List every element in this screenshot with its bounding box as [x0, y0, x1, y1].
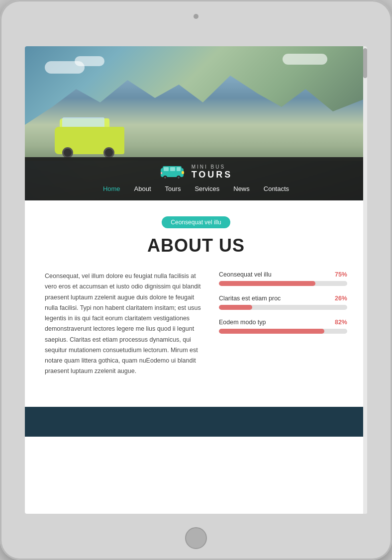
nav-tours[interactable]: Tours	[165, 185, 181, 192]
nav-services[interactable]: Services	[195, 185, 219, 192]
skill-bar-fill-1	[219, 281, 315, 286]
cloud-2	[75, 56, 104, 66]
skill-name-3: Eodem modo typ	[219, 319, 266, 326]
brand-tours-label: TOURS	[192, 170, 233, 180]
skill-item-2: Claritas est etiam proc 26%	[219, 295, 347, 310]
svg-point-6	[164, 177, 166, 179]
bus-icon	[160, 165, 186, 179]
nav-home[interactable]: Home	[103, 185, 120, 192]
tablet-home-button[interactable]	[185, 527, 207, 549]
nav-contacts[interactable]: Contacts	[264, 185, 289, 192]
skill-item-3: Eodem modo typ 82%	[219, 319, 347, 334]
tablet-frame: MINI BUS TOURS Home About Tours Services…	[0, 0, 392, 560]
van-wheel-right	[103, 147, 114, 158]
skill-bar-bg-3	[219, 329, 347, 334]
svg-rect-3	[170, 167, 175, 171]
skill-name-2: Claritas est etiam proc	[219, 295, 281, 302]
skill-name-1: Ceonsequat vel illu	[219, 271, 272, 278]
svg-point-8	[178, 177, 180, 179]
nav-news[interactable]: News	[233, 185, 250, 192]
navbar: MINI BUS TOURS Home About Tours Services…	[25, 157, 367, 200]
nav-about[interactable]: About	[134, 185, 151, 192]
skill-pct-1: 75%	[335, 271, 347, 278]
main-content: Ceonsequat vel illu ABOUT US Ceonsequat,…	[25, 200, 367, 397]
tablet-screen: MINI BUS TOURS Home About Tours Services…	[25, 46, 367, 514]
skill-pct-3: 82%	[335, 319, 347, 326]
skill-bar-bg-1	[219, 281, 347, 286]
skills-section: Ceonsequat vel illu 75% Claritas est eti…	[219, 271, 347, 377]
cloud-3	[283, 54, 327, 65]
skill-header-2: Claritas est etiam proc 26%	[219, 295, 347, 302]
svg-rect-10	[161, 172, 162, 174]
scrollbar[interactable]	[363, 46, 367, 514]
hero-section: MINI BUS TOURS Home About Tours Services…	[25, 46, 367, 200]
scrollbar-thumb[interactable]	[363, 48, 367, 78]
svg-rect-2	[164, 167, 169, 171]
about-content: Ceonsequat, vel illum dolore eu feugiat …	[45, 271, 347, 377]
skill-item-1: Ceonsequat vel illu 75%	[219, 271, 347, 286]
van-wheel-left	[62, 147, 73, 158]
tablet-camera	[194, 14, 198, 19]
footer-area	[25, 407, 367, 437]
van-illustration	[55, 123, 124, 158]
brand-text: MINI BUS TOURS	[192, 164, 233, 180]
about-text: Ceonsequat, vel illum dolore eu feugiat …	[45, 271, 204, 377]
svg-rect-4	[177, 167, 181, 171]
skill-header-3: Eodem modo typ 82%	[219, 319, 347, 326]
section-title: ABOUT US	[45, 235, 347, 256]
skill-bar-bg-2	[219, 305, 347, 310]
svg-rect-9	[182, 171, 184, 174]
navbar-brand: MINI BUS TOURS	[35, 164, 357, 180]
skill-bar-fill-3	[219, 329, 324, 334]
section-badge: Ceonsequat vel illu	[162, 216, 230, 228]
skill-pct-2: 26%	[335, 295, 347, 302]
skill-header-1: Ceonsequat vel illu 75%	[219, 271, 347, 278]
brand-mini-label: MINI BUS	[192, 164, 233, 170]
skill-bar-fill-2	[219, 305, 252, 310]
section-header: Ceonsequat vel illu ABOUT US	[45, 216, 347, 256]
navbar-links: Home About Tours Services News Contacts	[35, 185, 357, 192]
van-window	[62, 117, 104, 127]
